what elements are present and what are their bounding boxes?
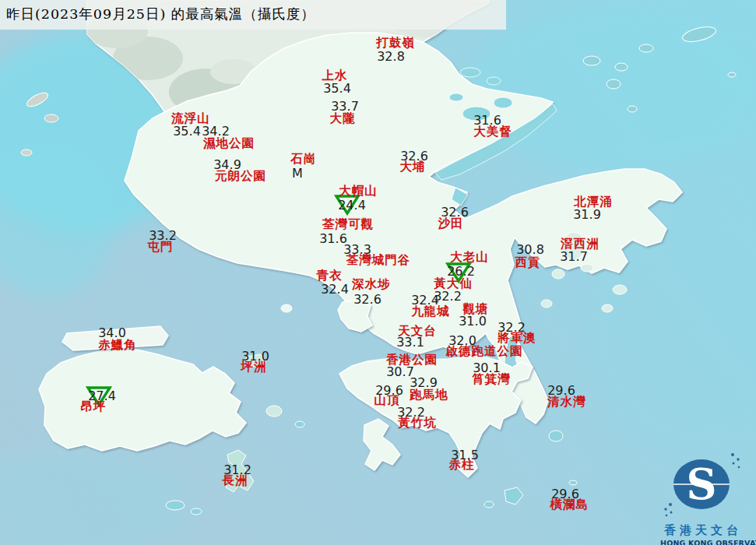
station-temperature-value: 35.4: [173, 124, 201, 139]
station-temperature-value: 32.6: [400, 149, 428, 164]
hko-logo-emblem: S: [660, 444, 746, 519]
station-name-label: 荃灣可觀: [322, 216, 374, 233]
station-temperature-value: 32.8: [377, 49, 405, 64]
station-temperature-value: 31.7: [560, 249, 588, 264]
station-temperature-value: 33.3: [343, 242, 371, 257]
station-temperature-value: 32.4: [411, 293, 439, 308]
station-name-label: 大帽山: [339, 183, 378, 199]
hko-logo-english-name: HONG KONG OBSERVATORY: [660, 539, 746, 545]
station-temperature-value: 31.0: [459, 314, 487, 329]
station-name-label: 深水埗: [352, 276, 391, 293]
station-temperature-value: 31.6: [473, 113, 501, 128]
station-temperature-value: 32.9: [410, 375, 438, 390]
max-temperature-map-page: 打鼓嶺32.8上水35.4大隴33.7流浮山35.4濕地公園34.2元朗公園34…: [0, 0, 756, 545]
station-temperature-value: 34.2: [202, 124, 230, 139]
station-temperature-value: 34.0: [98, 325, 126, 340]
station-temperature-value: 30.1: [473, 360, 501, 375]
station-temperature-value: 33.1: [396, 335, 424, 350]
hko-logo-chinese-name: 香港天文台: [660, 523, 746, 538]
station-temperature-value: 32.0: [448, 333, 476, 348]
station-temperature-value: 29.6: [547, 383, 575, 398]
station-temperature-value: 34.9: [213, 157, 241, 172]
svg-text:S: S: [687, 459, 717, 509]
station-temperature-value: 32.2: [397, 405, 425, 420]
station-temperature-value: 32.2: [498, 320, 526, 335]
station-temperature-value: 31.0: [241, 349, 269, 364]
station-temperature-value: 33.2: [149, 228, 177, 243]
station-temperature-value: 33.7: [331, 99, 359, 114]
station-temperature-value: 27.4: [88, 389, 116, 403]
station-temperature-value: 31.9: [573, 207, 601, 222]
station-name-label: 石崗: [291, 151, 317, 167]
station-labels-layer: 打鼓嶺32.8上水35.4大隴33.7流浮山35.4濕地公園34.2元朗公園34…: [0, 0, 756, 545]
map-title: 昨日(2023年09月25日) 的最高氣溫（攝氏度）: [6, 5, 315, 23]
station-temperature-value: 32.4: [321, 282, 349, 297]
station-temperature-value: M: [292, 166, 303, 181]
station-temperature-value: 31.5: [451, 448, 479, 462]
station-temperature-value: 35.4: [323, 81, 351, 96]
station-temperature-value: 32.6: [441, 205, 469, 220]
station-temperature-value: 29.6: [375, 383, 403, 398]
station-temperature-value: 31.2: [223, 462, 251, 477]
station-temperature-value: 30.8: [516, 242, 544, 257]
station-name-label: 西貢: [515, 255, 541, 271]
hko-logo: S 香港天文台 HONG KONG OBSERVATORY: [660, 444, 746, 545]
station-temperature-value: 32.6: [353, 292, 382, 307]
station-name-label: 大老山: [450, 249, 489, 265]
station-temperature-value: 24.4: [338, 198, 366, 213]
station-temperature-value: 29.6: [551, 487, 579, 501]
